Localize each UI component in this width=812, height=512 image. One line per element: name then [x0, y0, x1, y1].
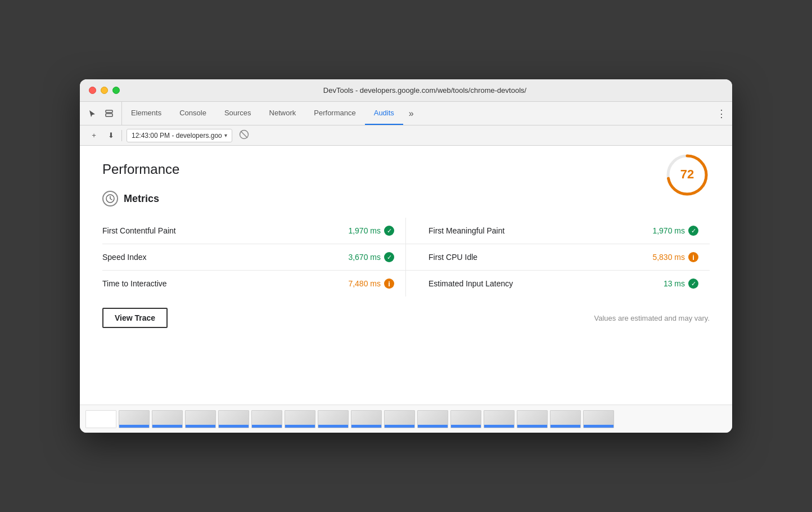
status-check-icon: ✓ — [384, 226, 394, 236]
filmstrip-thumb — [285, 410, 315, 428]
filmstrip-item — [517, 410, 548, 428]
filmstrip-item — [285, 410, 315, 428]
toolbar-icons — [80, 102, 122, 125]
url-text: 12:43:00 PM - developers.goo — [132, 132, 222, 140]
filmstrip-item — [450, 410, 481, 428]
tab-audits[interactable]: Audits — [365, 102, 403, 125]
status-check-icon: ✓ — [384, 252, 394, 262]
filmstrip-item — [417, 410, 448, 428]
svg-rect-1 — [106, 114, 112, 116]
filmstrip-item — [550, 410, 581, 428]
performance-section: 72 Performance Metrics First Contentf — [102, 161, 710, 328]
devtools-window: DevTools - developers.google.com/web/too… — [80, 79, 732, 433]
metrics-header: Metrics — [102, 191, 710, 206]
metric-estimated-input-latency: Estimated Input Latency 13 ms ✓ — [406, 271, 710, 297]
filmstrip-thumb — [351, 410, 382, 428]
metric-value: 7,480 ms — [348, 279, 381, 288]
metric-value: 13 ms — [664, 279, 685, 288]
filmstrip-thumb — [152, 410, 183, 428]
metric-name: Time to Interactive — [102, 279, 167, 288]
filmstrip-thumb — [583, 410, 614, 428]
metric-value-group: 13 ms ✓ — [664, 279, 698, 289]
filmstrip-item — [185, 410, 216, 428]
tab-more-button[interactable]: » — [403, 102, 419, 125]
filmstrip-thumb — [251, 410, 282, 428]
filmstrip-thumb — [119, 410, 150, 428]
section-title: Performance — [102, 161, 710, 177]
filmstrip-item — [318, 410, 349, 428]
traffic-lights — [89, 87, 120, 94]
no-throttle-icon[interactable] — [239, 129, 249, 142]
title-bar: DevTools - developers.google.com/web/too… — [80, 79, 732, 102]
url-selector[interactable]: 12:43:00 PM - developers.goo ▾ — [127, 129, 232, 142]
metric-value-group: 1,970 ms ✓ — [652, 226, 698, 236]
metric-value-group: 1,970 ms ✓ — [348, 226, 394, 236]
score-circle: 72 — [665, 152, 710, 197]
separator — [121, 130, 122, 141]
tab-elements[interactable]: Elements — [122, 102, 170, 125]
metric-value-group: 7,480 ms i — [348, 279, 394, 289]
svg-rect-0 — [106, 110, 112, 113]
estimated-note: Values are estimated and may vary. — [594, 314, 710, 322]
filmstrip-item — [351, 410, 382, 428]
status-info-icon: i — [384, 279, 394, 289]
metric-name: Speed Index — [102, 253, 147, 262]
minimize-button[interactable] — [101, 87, 108, 94]
metric-name: First CPU Idle — [428, 253, 477, 262]
tab-list: Elements Console Sources Network Perform… — [122, 102, 711, 125]
metrics-grid: First Contentful Paint 1,970 ms ✓ First … — [102, 218, 710, 297]
metric-speed-index: Speed Index 3,670 ms ✓ — [102, 244, 406, 271]
view-trace-button[interactable]: View Trace — [102, 308, 168, 328]
devtools-tabs: Elements Console Sources Network Perform… — [80, 102, 732, 125]
metric-value: 3,670 ms — [348, 253, 381, 262]
window-title: DevTools - developers.google.com/web/too… — [127, 86, 723, 95]
cursor-icon[interactable] — [85, 107, 99, 120]
filmstrip-thumb-blank — [85, 410, 116, 428]
download-button[interactable]: ⬇ — [105, 129, 117, 142]
filmstrip-item — [583, 410, 614, 428]
filmstrip-thumb — [517, 410, 548, 428]
filmstrip-thumb — [185, 410, 216, 428]
filmstrip-thumb — [218, 410, 249, 428]
metrics-icon — [102, 191, 118, 206]
metric-first-meaningful-paint: First Meaningful Paint 1,970 ms ✓ — [406, 218, 710, 244]
metric-name: First Contentful Paint — [102, 226, 176, 235]
tab-console[interactable]: Console — [170, 102, 215, 125]
svg-text:72: 72 — [680, 167, 694, 181]
metric-value: 1,970 ms — [348, 226, 381, 235]
filmstrip-item — [484, 410, 515, 428]
metric-time-to-interactive: Time to Interactive 7,480 ms i — [102, 271, 406, 297]
metric-first-contentful-paint: First Contentful Paint 1,970 ms ✓ — [102, 218, 406, 244]
metric-name: Estimated Input Latency — [428, 279, 513, 288]
tab-sources[interactable]: Sources — [215, 102, 260, 125]
filmstrip — [80, 405, 732, 433]
close-button[interactable] — [89, 87, 96, 94]
filmstrip-item — [384, 410, 415, 428]
filmstrip-thumb — [550, 410, 581, 428]
main-content: 72 Performance Metrics First Contentf — [80, 146, 732, 405]
svg-line-3 — [241, 131, 247, 138]
metric-value-group: 5,830 ms i — [652, 252, 698, 262]
devtools-menu-button[interactable]: ⋮ — [711, 102, 732, 125]
filmstrip-item — [251, 410, 282, 428]
tab-network[interactable]: Network — [260, 102, 305, 125]
filmstrip-item — [152, 410, 183, 428]
filmstrip-item — [119, 410, 150, 428]
metric-first-cpu-idle: First CPU Idle 5,830 ms i — [406, 244, 710, 271]
tab-performance[interactable]: Performance — [305, 102, 364, 125]
metric-value: 5,830 ms — [652, 253, 685, 262]
maximize-button[interactable] — [112, 87, 120, 94]
filmstrip-item — [218, 410, 249, 428]
filmstrip-thumb — [318, 410, 349, 428]
view-trace-section: View Trace Values are estimated and may … — [102, 308, 710, 328]
status-check-icon: ✓ — [688, 279, 698, 289]
secondary-toolbar: + ⬇ 12:43:00 PM - developers.goo ▾ — [80, 125, 732, 146]
filmstrip-thumb — [384, 410, 415, 428]
status-info-icon: i — [688, 252, 698, 262]
metric-name: First Meaningful Paint — [428, 226, 504, 235]
layers-icon[interactable] — [102, 107, 116, 120]
filmstrip-item — [85, 410, 116, 428]
url-dropdown-arrow: ▾ — [224, 132, 227, 138]
metric-value: 1,970 ms — [652, 226, 685, 235]
add-button[interactable]: + — [88, 129, 100, 142]
